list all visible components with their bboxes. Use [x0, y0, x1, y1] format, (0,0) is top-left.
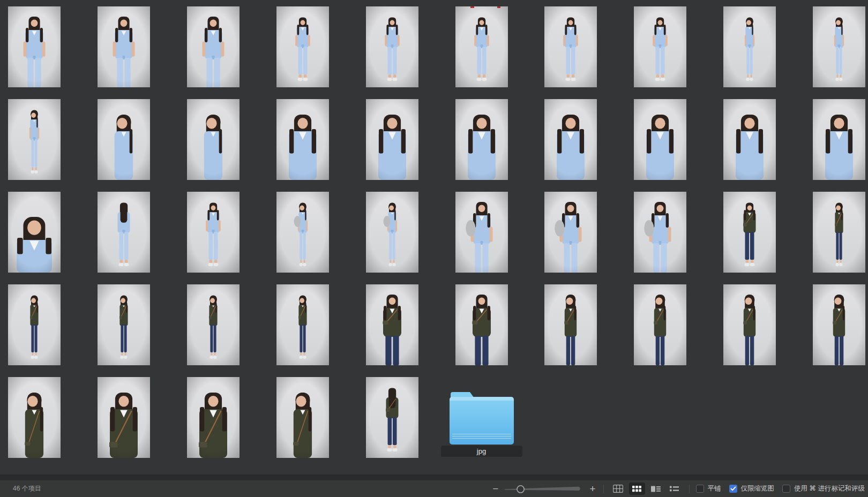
status-bar: 46 个项目 − + 平铺仅限缩览图使用 ⌘ 进行标记和评级 — [0, 480, 868, 497]
photo-thumbnail[interactable] — [8, 284, 61, 365]
photo-thumbnail[interactable] — [544, 192, 597, 273]
photo-thumbnail[interactable] — [813, 99, 865, 180]
photo-thumbnail[interactable] — [8, 6, 61, 87]
photo-thumbnail[interactable] — [544, 99, 597, 180]
photo-thumbnail[interactable] — [813, 284, 865, 365]
photo-thumbnail[interactable] — [634, 6, 686, 87]
thumbnail-size-control: − + — [491, 484, 596, 494]
view-mode-buttons — [610, 483, 683, 495]
zoom-in-button[interactable]: + — [588, 484, 596, 494]
folder-icon[interactable] — [450, 392, 514, 445]
photo-thumbnail[interactable] — [366, 6, 418, 87]
photo-thumbnail[interactable] — [723, 99, 776, 180]
checkbox-label: 仅限缩览图 — [741, 484, 775, 493]
photo-thumbnail[interactable] — [723, 6, 776, 87]
checkbox-option-3[interactable]: 使用 ⌘ 进行标记和评级 — [782, 484, 865, 493]
photo-thumbnail[interactable] — [187, 6, 240, 87]
checkbox-label: 使用 ⌘ 进行标记和评级 — [794, 484, 865, 493]
photo-thumbnail[interactable] — [276, 284, 329, 365]
photo-thumbnail[interactable] — [98, 99, 150, 180]
photo-thumbnail[interactable] — [366, 377, 418, 458]
photo-thumbnail[interactable] — [544, 6, 597, 87]
item-count-label: 46 个项目 — [13, 484, 41, 493]
checkbox-option-2[interactable]: 仅限缩览图 — [729, 484, 775, 493]
photo-thumbnail[interactable] — [544, 284, 597, 365]
photo-thumbnail[interactable] — [455, 6, 508, 87]
folder-item[interactable]: jpg — [450, 377, 514, 457]
photo-thumbnail[interactable] — [366, 192, 418, 273]
photo-thumbnail[interactable] — [98, 284, 150, 365]
thumbnail-size-slider[interactable] — [504, 484, 584, 494]
photo-thumbnail[interactable] — [634, 192, 686, 273]
grid-view-button[interactable] — [629, 483, 645, 495]
folder-body — [450, 397, 514, 445]
photo-thumbnail[interactable] — [813, 6, 865, 87]
photo-thumbnail[interactable] — [723, 192, 776, 273]
checkbox-unchecked-icon[interactable] — [782, 485, 790, 493]
slider-knob[interactable] — [517, 485, 524, 492]
photo-thumbnail[interactable] — [634, 284, 686, 365]
checkbox-checked-icon[interactable] — [729, 485, 737, 493]
separator — [689, 485, 690, 493]
photo-thumbnail[interactable] — [276, 377, 329, 458]
separator — [603, 485, 604, 493]
photo-thumbnail[interactable] — [455, 284, 508, 365]
grid-outline-view-button[interactable] — [610, 483, 626, 495]
thumbnail-list-view-button[interactable] — [648, 483, 664, 495]
photo-thumbnail[interactable] — [276, 192, 329, 273]
file-browser-window: jpg 46 个项目 − + 平铺仅限缩览图使用 ⌘ 进行标记和评级 — [0, 0, 868, 497]
photo-thumbnail[interactable] — [813, 192, 865, 273]
photo-thumbnail[interactable] — [455, 99, 508, 180]
photo-thumbnail[interactable] — [98, 377, 150, 458]
photo-thumbnail[interactable] — [187, 99, 240, 180]
zoom-out-button[interactable]: − — [491, 484, 499, 494]
photo-thumbnail[interactable] — [187, 284, 240, 365]
photo-thumbnail[interactable] — [8, 192, 61, 273]
status-bar-controls: − + 平铺仅限缩览图使用 ⌘ 进行标记和评级 — [491, 483, 866, 495]
photo-thumbnail[interactable] — [8, 377, 61, 458]
photo-thumbnail[interactable] — [98, 6, 150, 87]
folder-label: jpg — [441, 446, 522, 457]
photo-thumbnail[interactable] — [98, 192, 150, 273]
photo-thumbnail[interactable] — [276, 6, 329, 87]
checkbox-label: 平铺 — [708, 484, 721, 493]
photo-thumbnail[interactable] — [366, 284, 418, 365]
option-checkboxes: 平铺仅限缩览图使用 ⌘ 进行标记和评级 — [696, 484, 865, 493]
detail-list-view-button[interactable] — [667, 483, 683, 495]
photo-thumbnail[interactable] — [276, 99, 329, 180]
photo-thumbnail[interactable] — [8, 99, 61, 180]
checkbox-option-1[interactable]: 平铺 — [696, 484, 721, 493]
thumbnail-grid: jpg — [0, 0, 868, 475]
photo-thumbnail[interactable] — [187, 192, 240, 273]
checkbox-unchecked-icon[interactable] — [696, 485, 704, 493]
photo-thumbnail[interactable] — [366, 99, 418, 180]
photo-thumbnail[interactable] — [634, 99, 686, 180]
photo-thumbnail[interactable] — [455, 192, 508, 273]
photo-thumbnail[interactable] — [187, 377, 240, 458]
content-divider — [0, 475, 868, 480]
photo-thumbnail[interactable] — [723, 284, 776, 365]
